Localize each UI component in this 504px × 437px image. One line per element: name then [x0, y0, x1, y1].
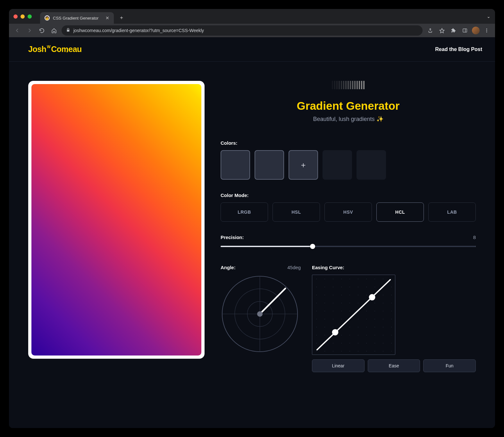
mode-lab[interactable]: LAB [428, 202, 476, 222]
add-color-button[interactable]: ＋ [289, 150, 318, 180]
svg-point-13 [369, 294, 375, 301]
back-button[interactable] [13, 26, 22, 35]
controls-panel: Gradient Generator Beautiful, lush gradi… [221, 81, 476, 372]
precision-value: 8 [473, 235, 476, 240]
color-mode-group: LRGBHSLHSVHCLLAB [221, 202, 476, 222]
svg-rect-0 [463, 29, 467, 32]
tab-title: CSS Gradient Generator [53, 16, 98, 21]
logo-w: W [47, 45, 50, 49]
svg-point-10 [257, 311, 263, 317]
easing-preset-fun[interactable]: Fun [423, 359, 476, 372]
angle-dial[interactable] [221, 275, 299, 353]
svg-line-11 [317, 280, 390, 350]
url-text: joshwcomeau.com/gradient-generator/?utm_… [73, 28, 204, 33]
color-swatches: ＋ [221, 150, 476, 180]
precision-slider[interactable] [221, 246, 476, 247]
easing-presets: LinearEaseFun [312, 359, 476, 372]
angle-label: Angle: [221, 265, 236, 270]
gradient-preview-inner [31, 84, 201, 356]
color-swatch-2[interactable] [255, 150, 284, 180]
tab-strip: 🧑 CSS Gradient Generator ✕ ＋ ⌄ [9, 9, 495, 24]
easing-editor[interactable] [312, 275, 395, 355]
angle-value: 45deg [287, 265, 301, 270]
page-subtitle: Beautiful, lush gradients ✨ [221, 116, 476, 123]
more-menu-button[interactable] [482, 26, 491, 35]
browser-toolbar: joshwcomeau.com/gradient-generator/?utm_… [9, 24, 495, 37]
colors-label: Colors: [221, 140, 476, 146]
angle-label-row: Angle: 45deg [221, 265, 301, 270]
decorative-bars-icon [332, 81, 365, 89]
maximize-window-dot[interactable] [28, 14, 32, 19]
close-tab-icon[interactable]: ✕ [105, 15, 109, 21]
new-tab-button[interactable]: ＋ [117, 13, 126, 22]
mode-hsv[interactable]: HSV [324, 202, 372, 222]
site-logo[interactable]: Josh W Comeau ⌄ [28, 45, 85, 54]
extensions-button[interactable] [449, 26, 458, 35]
lock-icon [66, 28, 70, 33]
browser-window: 🧑 CSS Gradient Generator ✕ ＋ ⌄ joshwcome… [9, 9, 495, 428]
panel-button[interactable] [460, 26, 469, 35]
precision-label: Precision: 8 [221, 235, 476, 240]
logo-first: Josh [28, 45, 46, 54]
bookmark-button[interactable] [437, 26, 446, 35]
color-swatch-empty-2 [357, 150, 386, 180]
logo-caret-icon: ⌄ [66, 49, 68, 53]
tabs-overflow-icon[interactable]: ⌄ [487, 14, 491, 19]
address-bar[interactable]: joshwcomeau.com/gradient-generator/?utm_… [62, 25, 423, 36]
gradient-preview [28, 81, 205, 359]
plus-icon: ＋ [299, 160, 307, 170]
share-button[interactable] [426, 26, 435, 35]
minimize-window-dot[interactable] [21, 14, 25, 19]
precision-slider-thumb[interactable] [310, 244, 315, 249]
color-swatch-1[interactable] [221, 150, 250, 180]
home-button[interactable] [49, 26, 58, 35]
mode-hsl[interactable]: HSL [273, 202, 320, 222]
easing-preset-ease[interactable]: Ease [368, 359, 420, 372]
favicon-icon: 🧑 [45, 15, 50, 21]
mode-lrgb[interactable]: LRGB [221, 202, 268, 222]
svg-point-12 [332, 329, 339, 336]
blog-link[interactable]: Read the Blog Post [435, 47, 482, 52]
browser-tab[interactable]: 🧑 CSS Gradient Generator ✕ [40, 12, 114, 24]
mode-hcl[interactable]: HCL [376, 202, 424, 222]
page-title: Gradient Generator [221, 99, 476, 112]
color-swatch-empty-1 [323, 150, 352, 180]
site-header: Josh W Comeau ⌄ Read the Blog Post [9, 37, 495, 62]
page: Josh W Comeau ⌄ Read the Blog Post [9, 37, 495, 428]
window-traffic-lights[interactable] [13, 14, 32, 19]
close-window-dot[interactable] [13, 14, 18, 19]
profile-avatar[interactable] [472, 27, 480, 34]
reload-button[interactable] [37, 26, 46, 35]
forward-button[interactable] [25, 26, 34, 35]
easing-preset-linear[interactable]: Linear [312, 359, 365, 372]
svg-point-2 [486, 30, 487, 31]
svg-point-1 [486, 29, 487, 30]
svg-point-3 [486, 31, 487, 32]
precision-label-text: Precision: [221, 235, 244, 240]
easing-label: Easing Curve: [312, 265, 476, 270]
color-mode-label: Color Mode: [221, 193, 476, 198]
